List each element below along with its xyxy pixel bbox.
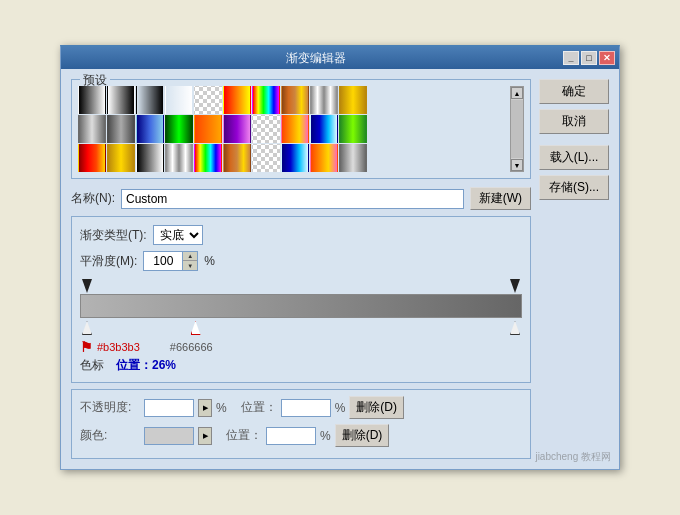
preset-cell[interactable] [310,144,338,172]
ok-button[interactable]: 确定 [539,79,609,104]
color-arrow-btn[interactable]: ▶ [198,427,212,445]
color-position-input[interactable] [266,427,316,445]
save-button[interactable]: 存储(S)... [539,175,609,200]
opacity-stops-row [80,279,522,293]
cancel-button[interactable]: 取消 [539,109,609,134]
preset-cell[interactable] [194,115,222,143]
bottom-controls: 不透明度: ▶ % 位置： % 删除(D) 颜色: ▶ 位置： % [71,389,531,459]
opacity-color-box[interactable] [144,399,194,417]
preset-cell[interactable] [194,86,222,114]
smoothness-up-arrow[interactable]: ▲ [183,252,197,261]
stop-label: 色标 [80,357,104,374]
opacity-unit: % [216,401,227,415]
gradient-editor-window: 渐变编辑器 _ □ ✕ 预设 [60,45,620,470]
preset-cell[interactable] [310,115,338,143]
color-pos-unit: % [320,429,331,443]
color-stop-left-value: #b3b3b3 [97,341,140,353]
gradient-bar[interactable] [80,294,522,318]
presets-row-3 [78,144,508,172]
smoothness-down-arrow[interactable]: ▼ [183,261,197,270]
opacity-stop-left[interactable] [82,279,92,293]
smoothness-unit: % [204,254,215,268]
opacity-pos-unit: % [335,401,346,415]
color-stop-active[interactable] [191,321,201,335]
name-input[interactable] [121,189,464,209]
flag-icon: ⚑ [80,339,93,355]
preset-cell[interactable] [281,115,309,143]
color-stop-left[interactable] [82,321,92,335]
preset-cell[interactable] [281,86,309,114]
opacity-delete-button[interactable]: 删除(D) [349,396,404,419]
preset-cell[interactable] [136,144,164,172]
preset-cell[interactable] [78,144,106,172]
preset-cell[interactable] [310,86,338,114]
presets-row-1 [78,86,508,114]
preset-cell[interactable] [339,115,367,143]
smoothness-label: 平滑度(M): [80,253,137,270]
opacity-arrow-btn[interactable]: ▶ [198,399,212,417]
preset-cell[interactable] [78,115,106,143]
preset-cell[interactable] [339,144,367,172]
presets-group: 预设 [71,79,531,179]
preset-cell[interactable] [281,144,309,172]
presets-wrapper: ▲ ▼ [78,86,524,172]
scroll-up-arrow[interactable]: ▲ [511,87,523,99]
minimize-button[interactable]: _ [563,51,579,65]
preset-cell[interactable] [165,144,193,172]
preset-cell[interactable] [223,144,251,172]
preset-cell[interactable] [223,115,251,143]
name-row: 名称(N): 新建(W) [71,187,531,210]
window-title: 渐变编辑器 [69,50,563,67]
smoothness-row: 平滑度(M): ▲ ▼ % [80,251,522,271]
preset-cell[interactable] [339,86,367,114]
color-control-row: 颜色: ▶ 位置： % 删除(D) [80,424,522,447]
new-button[interactable]: 新建(W) [470,187,531,210]
preset-cell[interactable] [165,115,193,143]
preset-cell[interactable] [136,86,164,114]
preset-cell[interactable] [107,115,135,143]
opacity-label: 不透明度: [80,399,140,416]
preset-cell[interactable] [107,86,135,114]
opacity-stop-right[interactable] [510,279,520,293]
preset-cell[interactable] [194,144,222,172]
active-position: 位置：26% [116,357,176,374]
maximize-button[interactable]: □ [581,51,597,65]
side-buttons: 确定 取消 载入(L)... 存储(S)... [539,79,609,459]
stop-label-row: 色标 位置：26% [80,357,522,374]
close-button[interactable]: ✕ [599,51,615,65]
titlebar: 渐变编辑器 _ □ ✕ [61,47,619,69]
color-stop-right[interactable] [510,321,520,335]
gradient-type-row: 渐变类型(T): 实底 杂色 [80,225,522,245]
smoothness-arrows: ▲ ▼ [183,251,198,271]
preset-cell[interactable] [165,86,193,114]
preset-cell[interactable] [107,144,135,172]
watermark: jiabcheng 教程网 [535,450,611,464]
color-stop-info-left: ⚑ #b3b3b3 [80,339,140,355]
preset-cell[interactable] [78,86,106,114]
color-swatch[interactable] [144,427,194,445]
main-panel: 预设 [71,79,531,459]
opacity-control-row: 不透明度: ▶ % 位置： % 删除(D) [80,396,522,419]
preset-cell[interactable] [136,115,164,143]
opacity-position-input[interactable] [281,399,331,417]
preset-cell[interactable] [223,86,251,114]
smoothness-input[interactable] [143,251,183,271]
color-delete-button[interactable]: 删除(D) [335,424,390,447]
opacity-position-label: 位置： [241,399,277,416]
preset-cell[interactable] [252,115,280,143]
gradient-type-select[interactable]: 实底 杂色 [153,225,203,245]
scroll-down-arrow[interactable]: ▼ [511,159,523,171]
color-info-row: ⚑ #b3b3b3 #666666 [80,339,522,355]
color-stop-info-right: #666666 [170,341,213,353]
preset-cell[interactable] [252,144,280,172]
gradient-type-label: 渐变类型(T): [80,227,147,244]
color-position-label: 位置： [226,427,262,444]
color-stop-right-value: #666666 [170,341,213,353]
load-button[interactable]: 载入(L)... [539,145,609,170]
presets-row-2 [78,115,508,143]
gradient-bar-container [80,279,522,335]
titlebar-buttons: _ □ ✕ [563,51,615,65]
color-stops-row [80,319,522,335]
preset-cell[interactable] [252,86,280,114]
window-body: 预设 [61,69,619,469]
